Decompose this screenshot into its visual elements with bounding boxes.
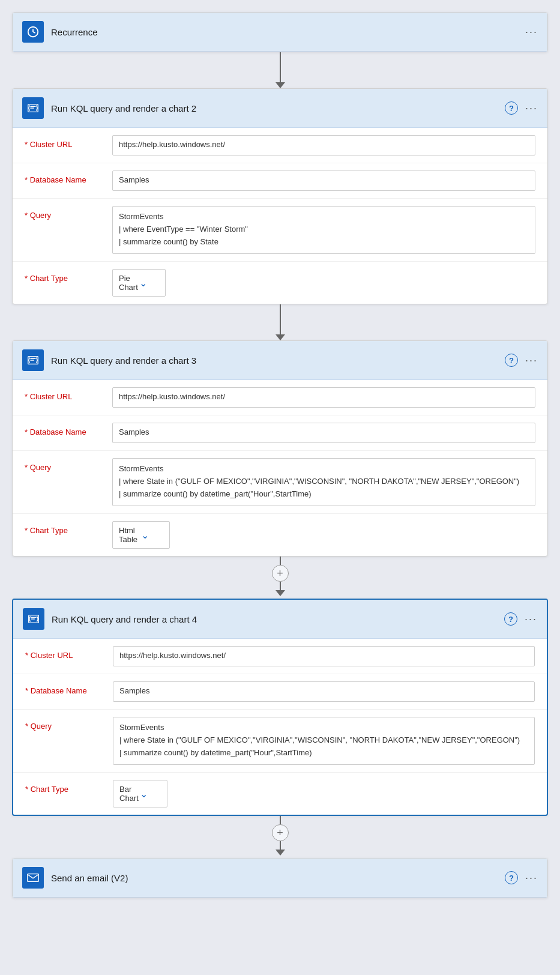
card3-icon-wrapper [22, 349, 44, 371]
card4-db-name-row: Database Name Samples [13, 674, 547, 710]
card2: Run KQL query and render a chart 2 ? ···… [12, 88, 548, 304]
card4-icon-wrapper [23, 608, 44, 630]
card4-header: Run KQL query and render a chart 4 ? ··· [13, 600, 547, 639]
card4-cluster-url-row: Cluster URL https://help.kusto.windows.n… [13, 639, 547, 674]
card2-cluster-url-label: Cluster URL [25, 135, 103, 149]
send-email-card: Send an email (V2) ? ··· [12, 858, 548, 898]
send-email-title: Send an email (V2) [51, 873, 498, 883]
card2-chevron-icon: ⌄ [139, 277, 160, 289]
card3-help-button[interactable]: ? [505, 354, 518, 367]
email-icon [26, 871, 40, 884]
send-email-more-button[interactable]: ··· [525, 872, 538, 884]
card4-chart-type-row: Chart Type Bar Chart ⌄ [13, 773, 547, 815]
card4-actions: ? ··· [504, 612, 537, 626]
connector-1 [275, 52, 285, 88]
card2-chart-type-row: Chart Type Pie Chart ⌄ [13, 262, 547, 304]
connector-line-1 [280, 52, 281, 82]
card2-db-name-input[interactable]: Samples [112, 171, 535, 191]
card3-chevron-icon: ⌄ [141, 530, 163, 541]
card4-query-label: Query [25, 717, 103, 731]
card2-help-button[interactable]: ? [505, 101, 518, 115]
card3-header: Run KQL query and render a chart 3 ? ··· [13, 341, 547, 380]
connector-plus-2-line-bottom [280, 841, 281, 850]
card2-chart-type-label: Chart Type [25, 269, 103, 283]
card2-icon-wrapper [22, 97, 44, 119]
card3-chart-type-row: Chart Type Html Table ⌄ [13, 514, 547, 556]
card4-chart-type-select[interactable]: Bar Chart ⌄ [113, 780, 167, 807]
card4-body: Cluster URL https://help.kusto.windows.n… [13, 639, 547, 815]
connector-plus-2: + [272, 816, 289, 858]
card2-chart-type-select[interactable]: Pie Chart ⌄ [112, 269, 166, 297]
flow-container: Recurrence ··· Run KQL query and ren [12, 12, 548, 898]
card3-cluster-url-row: Cluster URL https://help.kusto.windows.n… [13, 380, 547, 415]
send-email-header: Send an email (V2) ? ··· [13, 859, 547, 898]
card3-actions: ? ··· [505, 354, 538, 367]
card2-cluster-url-input[interactable]: https://help.kusto.windows.net/ [112, 135, 535, 155]
kql-icon-4 [27, 612, 40, 626]
card2-cluster-url-row: Cluster URL https://help.kusto.windows.n… [13, 128, 547, 163]
add-step-button-1[interactable]: + [272, 565, 289, 582]
card2-body: Cluster URL https://help.kusto.windows.n… [13, 128, 547, 304]
card4-cluster-url-label: Cluster URL [25, 646, 103, 660]
connector-2 [275, 304, 285, 340]
card4-db-name-label: Database Name [25, 681, 103, 695]
card4-query-input[interactable]: StormEvents | where State in ("GULF OF M… [113, 717, 535, 765]
card2-more-button[interactable]: ··· [525, 102, 538, 115]
svg-rect-12 [28, 874, 38, 882]
card3-more-button[interactable]: ··· [525, 354, 538, 367]
card2-actions: ? ··· [505, 101, 538, 115]
recurrence-more-button[interactable]: ··· [525, 26, 538, 38]
card4-query-row: Query StormEvents | where State in ("GUL… [13, 710, 547, 773]
card3-db-name-label: Database Name [25, 423, 103, 436]
card3-title: Run KQL query and render a chart 3 [51, 355, 498, 366]
recurrence-card: Recurrence ··· [12, 12, 548, 52]
card4-db-name-input[interactable]: Samples [113, 681, 535, 702]
svg-line-2 [33, 32, 35, 33]
card4-more-button[interactable]: ··· [525, 613, 537, 626]
recurrence-title: Recurrence [51, 27, 518, 37]
card3-cluster-url-input[interactable]: https://help.kusto.windows.net/ [112, 387, 535, 408]
add-step-button-2[interactable]: + [272, 824, 289, 841]
kql-icon-2 [26, 101, 40, 115]
send-email-actions: ? ··· [505, 871, 538, 884]
recurrence-header: Recurrence ··· [13, 13, 547, 52]
connector-plus-1: + [272, 557, 289, 599]
connector-line-2 [280, 304, 281, 334]
card3-query-label: Query [25, 458, 103, 472]
connector-plus-1-line-top [280, 557, 281, 565]
card4-chart-type-value: Bar Chart [119, 785, 140, 803]
send-email-icon-wrapper [22, 867, 44, 889]
connector-plus-1-arrow [275, 590, 285, 596]
card2-db-name-label: Database Name [25, 171, 103, 184]
card4-chevron-icon: ⌄ [140, 788, 160, 800]
card3-chart-type-value: Html Table [119, 526, 141, 544]
card3-chart-type-select[interactable]: Html Table ⌄ [112, 521, 170, 549]
card4-title: Run KQL query and render a chart 4 [52, 614, 497, 624]
card2-header: Run KQL query and render a chart 2 ? ··· [13, 89, 547, 128]
connector-arrow-1 [275, 82, 285, 88]
card3-body: Cluster URL https://help.kusto.windows.n… [13, 380, 547, 556]
card2-db-name-row: Database Name Samples [13, 163, 547, 199]
kql-icon-3 [26, 354, 40, 367]
card3-db-name-input[interactable]: Samples [112, 423, 535, 443]
card3-chart-type-label: Chart Type [25, 521, 103, 535]
card3-query-row: Query StormEvents | where State in ("GUL… [13, 451, 547, 514]
recurrence-icon-wrapper [22, 21, 44, 43]
connector-plus-2-arrow [275, 850, 285, 856]
card4-help-button[interactable]: ? [504, 612, 517, 626]
connector-arrow-2 [275, 334, 285, 340]
card4-cluster-url-input[interactable]: https://help.kusto.windows.net/ [113, 646, 535, 666]
card3-query-input[interactable]: StormEvents | where State in ("GULF OF M… [112, 458, 535, 506]
connector-plus-2-line-top [280, 816, 281, 824]
card2-chart-type-value: Pie Chart [119, 274, 139, 292]
card2-query-input[interactable]: StormEvents | where EventType == "Winter… [112, 206, 535, 254]
connector-plus-1-line-bottom [280, 582, 281, 590]
card4: Run KQL query and render a chart 4 ? ···… [12, 599, 548, 816]
recurrence-actions: ··· [525, 26, 538, 38]
send-email-help-button[interactable]: ? [505, 871, 518, 884]
card3: Run KQL query and render a chart 3 ? ···… [12, 340, 548, 557]
card2-query-label: Query [25, 206, 103, 220]
card2-query-row: Query StormEvents | where EventType == "… [13, 199, 547, 262]
clock-icon [26, 25, 40, 38]
card3-cluster-url-label: Cluster URL [25, 387, 103, 401]
